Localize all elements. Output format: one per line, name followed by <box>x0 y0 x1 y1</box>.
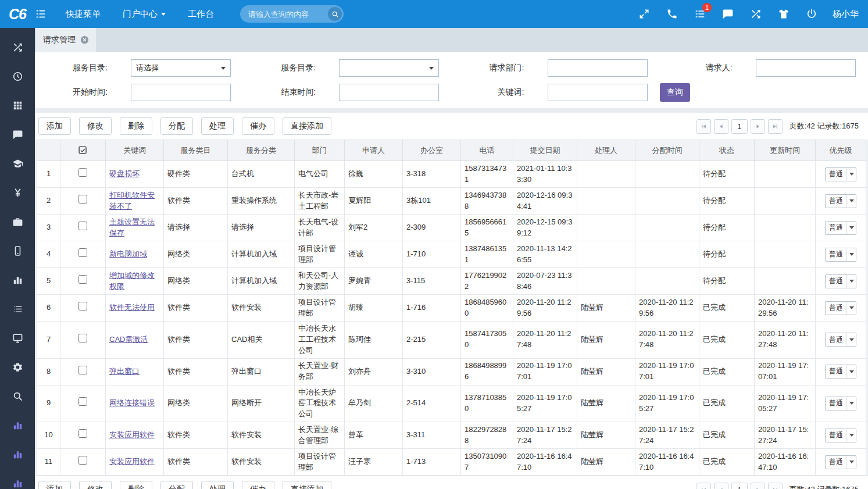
keyword-link[interactable]: 主题设置无法保存 <box>109 217 155 237</box>
keyword-link[interactable]: 安装应用软件 <box>109 457 155 466</box>
report-chart-icon[interactable] <box>0 469 35 489</box>
keyword-input[interactable] <box>548 84 648 101</box>
apps-grid-icon[interactable] <box>0 91 35 120</box>
priority-select[interactable]: 普通 <box>825 455 856 469</box>
last-page-button[interactable] <box>768 483 783 489</box>
priority-select[interactable]: 普通 <box>825 194 856 208</box>
keyword-link[interactable]: 新电脑加域 <box>109 249 147 258</box>
priority-select[interactable]: 普通 <box>825 301 856 315</box>
row-checkbox[interactable] <box>78 397 87 406</box>
finance-icon[interactable] <box>0 178 35 207</box>
comment-icon[interactable] <box>722 8 734 20</box>
requester-input[interactable] <box>756 59 856 77</box>
priority-select[interactable]: 普通 <box>825 167 856 181</box>
current-page[interactable]: 1 <box>731 483 748 489</box>
priority-select[interactable]: 普通 <box>825 274 856 288</box>
first-page-button[interactable] <box>696 119 711 134</box>
urge-button[interactable]: 催办 <box>242 117 274 135</box>
clock-icon[interactable] <box>0 62 35 91</box>
monitor-icon[interactable] <box>0 323 35 352</box>
keyword-link[interactable]: 弹出窗口 <box>109 367 140 376</box>
current-page[interactable]: 1 <box>731 119 748 134</box>
bar-chart-icon[interactable] <box>0 265 35 294</box>
assign-button[interactable]: 分配 <box>160 117 193 135</box>
row-checkbox[interactable] <box>78 248 87 257</box>
priority-select[interactable]: 普通 <box>825 429 856 442</box>
modify-button[interactable]: 修改 <box>79 117 112 135</box>
row-checkbox[interactable] <box>78 302 87 310</box>
user-name[interactable]: 杨小华 <box>833 9 859 20</box>
keyword-link[interactable]: 增加域的修改权限 <box>109 271 155 291</box>
tab-request-management[interactable]: 请求管理 <box>36 28 96 52</box>
shuffle-icon[interactable] <box>0 33 35 62</box>
first-page-button[interactable] <box>696 483 711 489</box>
row-checkbox[interactable] <box>78 366 87 374</box>
row-checkbox[interactable] <box>78 456 87 465</box>
search-icon[interactable] <box>328 7 342 21</box>
last-page-button[interactable] <box>768 119 783 134</box>
next-page-button[interactable] <box>751 483 765 489</box>
menu-icon[interactable] <box>35 8 47 20</box>
row-checkbox[interactable] <box>78 222 87 230</box>
service-catalog-select-2[interactable] <box>339 59 439 77</box>
menu-item-portal-center[interactable]: 门户中心 <box>123 9 166 20</box>
message-icon[interactable] <box>0 120 35 149</box>
search-icon[interactable] <box>0 381 35 411</box>
row-checkbox[interactable] <box>78 168 87 177</box>
report-chart-icon[interactable] <box>0 440 35 469</box>
close-icon[interactable] <box>80 35 89 44</box>
keyword-link[interactable]: 打印机软件安装不了 <box>109 191 155 210</box>
theme-icon[interactable] <box>778 8 790 20</box>
keyword-link[interactable]: 网络连接错误 <box>109 398 155 407</box>
search-button[interactable]: 查询 <box>660 83 690 102</box>
process-button[interactable]: 处理 <box>201 481 234 489</box>
menu-item-quick-menu[interactable]: 快捷菜单 <box>66 9 101 20</box>
row-checkbox[interactable] <box>78 275 87 284</box>
mobile-icon[interactable] <box>0 236 35 265</box>
priority-select[interactable]: 普通 <box>825 397 856 411</box>
priority-select[interactable]: 普通 <box>825 248 856 262</box>
briefcase-icon[interactable] <box>0 207 35 236</box>
task-list-icon[interactable]: 1 <box>694 8 706 20</box>
add-button[interactable]: 添加 <box>38 481 71 489</box>
education-icon[interactable] <box>0 149 35 178</box>
row-checkbox[interactable] <box>78 429 87 438</box>
row-checkbox[interactable] <box>78 334 87 342</box>
modify-button[interactable]: 修改 <box>79 481 112 489</box>
list-icon[interactable] <box>0 294 35 323</box>
expand-icon[interactable] <box>638 8 650 20</box>
keyword-link[interactable]: 软件无法使用 <box>109 303 155 312</box>
urge-button[interactable]: 催办 <box>242 481 274 489</box>
keyword-link[interactable]: CAD需激活 <box>109 335 148 344</box>
search-input[interactable] <box>248 10 328 19</box>
end-time-input[interactable] <box>339 84 439 101</box>
request-department-input[interactable] <box>548 59 648 77</box>
assign-time-cell: 2020-11-20 11:27:48 <box>635 322 699 359</box>
delete-button[interactable]: 删除 <box>120 117 152 135</box>
menu-item-workbench[interactable]: 工作台 <box>188 9 214 20</box>
settings-icon[interactable] <box>0 352 35 381</box>
shuffle-icon[interactable] <box>750 8 762 20</box>
start-time-input[interactable] <box>131 84 231 101</box>
select-all-header[interactable] <box>60 140 106 161</box>
delete-button[interactable]: 删除 <box>120 481 152 489</box>
phone-icon[interactable] <box>666 8 678 20</box>
priority-select[interactable]: 普通 <box>825 333 856 347</box>
prev-page-button[interactable] <box>714 483 728 489</box>
power-icon[interactable] <box>806 8 817 20</box>
service-catalog-select-1[interactable]: 请选择 <box>131 59 231 77</box>
add-button[interactable]: 添加 <box>38 117 71 135</box>
assign-button[interactable]: 分配 <box>160 481 193 489</box>
direct-add-button[interactable]: 直接添加 <box>283 481 331 489</box>
direct-add-button[interactable]: 直接添加 <box>283 117 331 135</box>
keyword-link[interactable]: 安装应用软件 <box>109 430 155 439</box>
keyword-link[interactable]: 硬盘损坏 <box>109 169 140 178</box>
next-page-button[interactable] <box>751 119 765 134</box>
app-logo[interactable]: C6 <box>0 6 35 23</box>
priority-select[interactable]: 普通 <box>825 221 856 235</box>
report-chart-icon[interactable] <box>0 411 35 440</box>
priority-select[interactable]: 普通 <box>825 365 856 379</box>
row-checkbox[interactable] <box>78 195 87 204</box>
process-button[interactable]: 处理 <box>201 117 234 135</box>
prev-page-button[interactable] <box>714 119 728 134</box>
